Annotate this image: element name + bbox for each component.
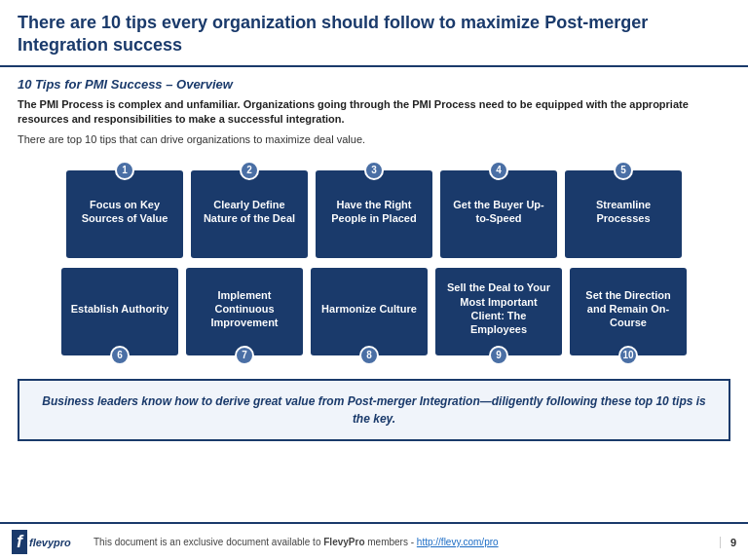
tips-row-1: 1 Focus on Key Sources of Value 2 Clearl… [18,159,730,258]
footer-brand: FlevyPro [323,537,364,547]
tip-card-8[interactable]: Harmonize Culture 8 [311,268,428,355]
description-bold: The PMI Process is complex and unfamilia… [18,97,730,128]
tip-card-9[interactable]: Sell the Deal to Your Most Important Cli… [435,268,562,355]
tip-number-9: 9 [489,346,508,365]
tip-text-5: Streamline Processes [573,198,674,226]
tip-number-3: 3 [364,161,384,180]
tip-text-6: Establish Authority [71,302,168,316]
tip-card-7[interactable]: Implement Continuous Improvement 7 [186,268,303,355]
content-area: 10 Tips for PMI Success – Overview The P… [0,67,748,522]
footer-logo: f flevypro [12,530,80,554]
tip-card-1[interactable]: 1 Focus on Key Sources of Value [66,170,183,258]
tip-number-5: 5 [614,161,633,180]
tip-number-1: 1 [115,161,134,180]
footer-members-text: members - [365,537,417,547]
tip-number-7: 7 [235,346,254,365]
callout-box: Business leaders know how to derive grea… [18,379,730,441]
tip-text-4: Get the Buyer Up-to-Speed [448,198,549,226]
tip-number-10: 10 [618,346,638,365]
tip-number-6: 6 [110,346,130,365]
tip-card-5[interactable]: 5 Streamline Processes [565,170,682,258]
tips-row-2: Establish Authority 6 Implement Continuo… [18,268,730,367]
tip-number-4: 4 [489,161,508,180]
tip-number-8: 8 [359,346,379,365]
description-normal: There are top 10 tips that can drive org… [18,132,730,147]
footer-disclaimer: This document is an exclusive document a… [94,537,710,547]
tip-text-7: Implement Continuous Improvement [194,288,295,330]
logo-f-letter: f [12,530,27,554]
tip-number-2: 2 [240,161,259,180]
page-title: There are 10 tips every organization sho… [18,12,730,57]
tip-text-2: Clearly Define Nature of the Deal [199,198,300,226]
page-container: There are 10 tips every organization sho… [0,0,748,560]
tip-card-6[interactable]: Establish Authority 6 [61,268,178,355]
tips-grid: 1 Focus on Key Sources of Value 2 Clearl… [18,159,730,367]
logo-brand-text: flevypro [29,537,71,548]
footer-link[interactable]: http://flevy.com/pro [417,537,499,547]
tip-card-4[interactable]: 4 Get the Buyer Up-to-Speed [440,170,557,258]
tip-text-1: Focus on Key Sources of Value [74,198,175,226]
footer-disclaimer-text: This document is an exclusive document a… [94,537,323,547]
tip-text-3: Have the Right People in Placed [323,198,425,226]
callout-text: Business leaders know how to derive grea… [39,392,709,428]
header: There are 10 tips every organization sho… [0,0,748,67]
footer-page-number: 9 [720,537,736,548]
tip-card-10[interactable]: Set the Direction and Remain On-Course 1… [570,268,687,355]
tip-card-2[interactable]: 2 Clearly Define Nature of the Deal [191,170,308,258]
section-title: 10 Tips for PMI Success – Overview [18,77,730,92]
footer: f flevypro This document is an exclusive… [0,522,748,560]
tip-card-3[interactable]: 3 Have the Right People in Placed [316,170,432,258]
tip-text-9: Sell the Deal to Your Most Important Cli… [443,280,554,336]
tip-text-10: Set the Direction and Remain On-Course [578,288,679,330]
tip-text-8: Harmonize Culture [321,302,417,316]
